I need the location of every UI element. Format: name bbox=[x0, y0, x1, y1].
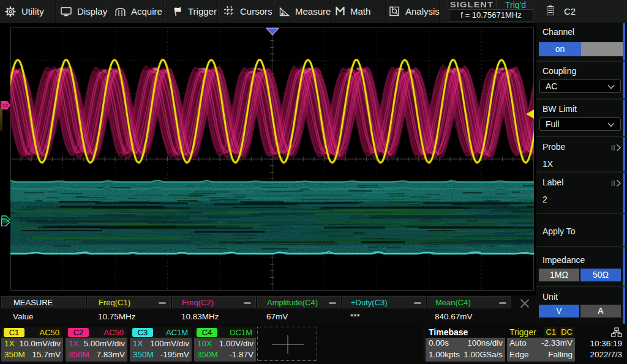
svg-text:C2: C2 bbox=[2, 103, 8, 108]
